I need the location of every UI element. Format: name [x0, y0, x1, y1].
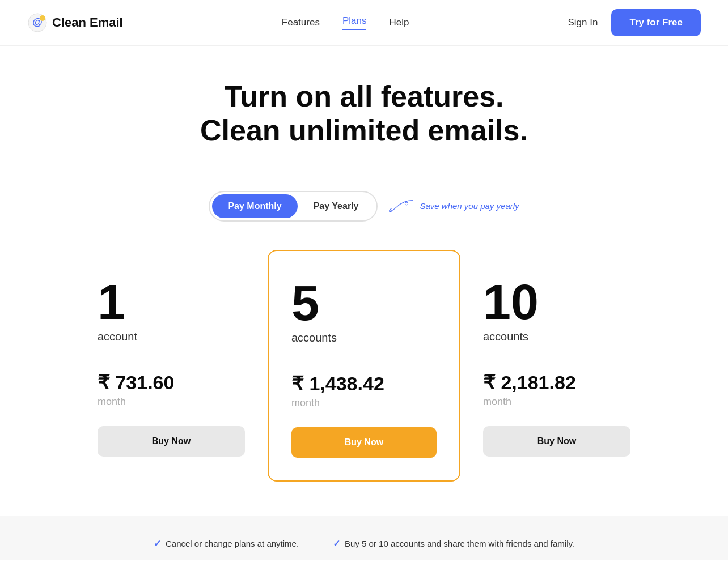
navbar: @ Clean Email Features Plans Help Sign I… — [0, 0, 728, 46]
plan-3-label: accounts — [483, 330, 630, 343]
yearly-toggle[interactable]: Pay Yearly — [298, 194, 375, 218]
plan-10-accounts: 10 accounts ₹ 2,181.82 month Buy Now — [460, 250, 653, 482]
logo-text: Clean Email — [52, 15, 123, 30]
plan-3-period: month — [483, 396, 630, 408]
logo[interactable]: @ Clean Email — [27, 12, 123, 33]
plan-2-divider — [291, 356, 437, 356]
svg-point-3 — [405, 202, 408, 205]
plan-2-buy-button[interactable]: Buy Now — [291, 427, 437, 458]
nav-features[interactable]: Features — [282, 17, 320, 28]
billing-toggle-section: Pay Monthly Pay Yearly Save when you pay… — [0, 191, 728, 222]
plan-2-price: ₹ 1,438.42 — [291, 372, 437, 395]
plan-1-divider — [98, 355, 245, 355]
nav-right: Sign In Try for Free — [568, 9, 701, 36]
nav-plans[interactable]: Plans — [342, 15, 367, 30]
save-note: Save when you pay yearly — [387, 198, 519, 215]
plan-3-divider — [483, 355, 630, 355]
footer-note-2: ✓ Buy 5 or 10 accounts and share them wi… — [333, 538, 574, 549]
save-note-text: Save when you pay yearly — [420, 201, 519, 211]
try-free-button[interactable]: Try for Free — [611, 9, 701, 36]
pricing-section: 1 account ₹ 731.60 month Buy Now 5 accou… — [0, 250, 728, 482]
plan-2-number: 5 — [291, 278, 437, 328]
plan-3-price: ₹ 2,181.82 — [483, 371, 630, 394]
plan-2-period: month — [291, 397, 437, 409]
plan-1-period: month — [98, 396, 245, 408]
hero-section: Turn on all features. Clean unlimited em… — [0, 46, 728, 171]
hero-title-line2: Clean unlimited emails. — [200, 114, 528, 147]
check-icon-1: ✓ — [154, 538, 161, 549]
plan-1-label: account — [98, 330, 245, 343]
plan-5-accounts: 5 accounts ₹ 1,438.42 month Buy Now — [268, 250, 460, 482]
svg-point-2 — [40, 15, 45, 21]
sign-in-link[interactable]: Sign In — [568, 17, 598, 28]
plan-1-account: 1 account ₹ 731.60 month Buy Now — [75, 250, 268, 482]
footer-notes: ✓ Cancel or change plans at anytime. ✓ B… — [0, 516, 728, 560]
footer-note-1-text: Cancel or change plans at anytime. — [166, 539, 299, 548]
nav-links: Features Plans Help — [282, 15, 409, 30]
footer-note-2-text: Buy 5 or 10 accounts and share them with… — [345, 539, 574, 548]
save-arrow-icon — [387, 198, 415, 215]
monthly-toggle[interactable]: Pay Monthly — [212, 194, 297, 218]
logo-icon: @ — [27, 12, 48, 33]
plan-3-buy-button[interactable]: Buy Now — [483, 426, 630, 457]
nav-help[interactable]: Help — [389, 17, 409, 28]
hero-title-line1: Turn on all features. — [224, 80, 503, 113]
plan-2-label: accounts — [291, 331, 437, 344]
plan-1-buy-button[interactable]: Buy Now — [98, 426, 245, 457]
check-icon-2: ✓ — [333, 538, 340, 549]
plan-1-price: ₹ 731.60 — [98, 371, 245, 394]
footer-note-1: ✓ Cancel or change plans at anytime. — [154, 538, 299, 549]
billing-toggle: Pay Monthly Pay Yearly — [209, 191, 378, 222]
plan-1-number: 1 — [98, 277, 245, 327]
plan-3-number: 10 — [483, 277, 630, 327]
hero-title: Turn on all features. Clean unlimited em… — [0, 80, 728, 148]
